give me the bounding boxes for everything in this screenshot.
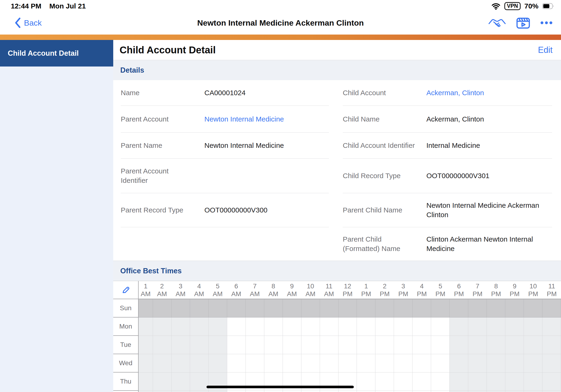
grid-cell	[394, 391, 412, 392]
edit-button[interactable]: Edit	[538, 45, 552, 55]
grid-day-row: Mon	[113, 317, 561, 336]
grid-cell	[375, 317, 394, 336]
main-content: Child Account Detail Edit Details NameCA…	[113, 40, 561, 392]
grid-cell	[450, 354, 468, 372]
field-value-link[interactable]: Newton Internal Medicine	[204, 114, 329, 124]
vpn-badge: VPN	[504, 2, 521, 10]
grid-cell	[246, 299, 264, 317]
page-title: Child Account Detail	[119, 44, 216, 56]
grid-cell	[246, 336, 264, 354]
grid-cell	[375, 336, 394, 354]
grid-day-row: Tue	[113, 336, 561, 354]
brand-divider-bar	[0, 34, 561, 40]
field-row: Parent Account Identifier	[121, 159, 329, 193]
day-label: Tue	[113, 336, 139, 354]
top-chrome: 12:44 PM Mon Jul 21 VPN 70%	[0, 0, 561, 34]
grid-cell	[338, 391, 357, 392]
hour-header: 9AM	[283, 281, 301, 299]
grid-cell	[190, 299, 209, 317]
edit-best-times-button[interactable]	[113, 281, 139, 299]
field-value: OOT00000000V300	[204, 205, 329, 215]
grid-cell	[542, 354, 561, 372]
hour-header: 1AM	[139, 281, 153, 299]
grid-cell	[375, 299, 394, 317]
grid-cell	[412, 299, 431, 317]
hour-header: 4AM	[190, 281, 208, 299]
hour-header: 2PM	[375, 281, 394, 299]
grid-cell	[505, 299, 524, 317]
grid-cell	[153, 372, 172, 391]
grid-cell	[357, 299, 375, 317]
grid-cell	[394, 354, 412, 372]
grid-cell	[431, 336, 450, 354]
grid-cell	[542, 336, 561, 354]
grid-cell	[450, 336, 468, 354]
handshake-icon[interactable]	[488, 17, 506, 28]
grid-cell	[246, 317, 264, 336]
grid-cell	[487, 299, 505, 317]
status-date: Mon Jul 21	[49, 2, 86, 10]
sidebar-item-label: Child Account Detail	[8, 49, 79, 58]
battery-icon	[542, 3, 554, 9]
grid-cell	[172, 299, 190, 317]
grid-cell	[431, 299, 450, 317]
grid-cell	[264, 354, 283, 372]
grid-cell	[283, 317, 302, 336]
hour-header: 7PM	[468, 281, 487, 299]
field-label: Name	[121, 88, 204, 98]
grid-cell	[264, 391, 283, 392]
grid-cell	[227, 317, 246, 336]
pencil-icon	[121, 285, 130, 294]
grid-cell	[209, 317, 227, 336]
grid-cell	[542, 391, 561, 392]
day-label: Thu	[113, 372, 139, 391]
grid-cell	[190, 317, 209, 336]
grid-cell	[431, 372, 450, 391]
field-label: Child Record Type	[343, 171, 426, 181]
grid-cell	[468, 354, 487, 372]
field-label: Child Account	[343, 88, 426, 98]
field-row: Child Account IdentifierInternal Medicin…	[343, 132, 552, 159]
hour-header: 12PM	[338, 281, 357, 299]
grid-cell	[283, 391, 302, 392]
grid-cell	[524, 372, 542, 391]
battery-percentage: 70%	[524, 2, 539, 10]
hour-header: 7AM	[246, 281, 264, 299]
grid-cell	[412, 336, 431, 354]
hour-header: 8AM	[264, 281, 283, 299]
grid-cell	[375, 354, 394, 372]
hour-header: 3AM	[171, 281, 190, 299]
grid-cell	[209, 336, 227, 354]
field-label: Child Name	[343, 114, 426, 124]
grid-cell	[524, 317, 542, 336]
grid-cell	[412, 372, 431, 391]
grid-cell	[153, 299, 172, 317]
sidebar-item-child-account-detail[interactable]: Child Account Detail	[0, 40, 113, 66]
grid-cell	[357, 372, 375, 391]
grid-cell	[505, 336, 524, 354]
grid-cell	[190, 372, 209, 391]
home-indicator[interactable]	[206, 386, 354, 388]
field-label: Child Account Identifier	[343, 141, 426, 150]
field-label: Parent Child (Formatted) Name	[343, 235, 426, 253]
day-label: Sun	[113, 299, 139, 317]
field-value: Internal Medicine	[426, 141, 552, 150]
grid-cell	[139, 317, 153, 336]
video-clapper-icon[interactable]	[516, 17, 530, 29]
grid-cell	[412, 317, 431, 336]
grid-cell	[542, 372, 561, 391]
page-header: Child Account Detail Edit	[113, 40, 561, 60]
field-value: Newton Internal Medicine Ackerman Clinto…	[426, 201, 552, 219]
grid-cell	[227, 354, 246, 372]
grid-cell	[505, 372, 524, 391]
grid-cell	[487, 317, 505, 336]
grid-cell	[139, 391, 153, 392]
sidebar: Child Account Detail	[0, 40, 113, 392]
hour-header: 8PM	[487, 281, 505, 299]
grid-cell	[172, 372, 190, 391]
field-row: Parent Child NameNewton Internal Medicin…	[343, 193, 552, 227]
grid-cell	[209, 299, 227, 317]
grid-cell	[394, 317, 412, 336]
more-ellipsis-icon[interactable]	[540, 21, 552, 25]
field-value-link[interactable]: Ackerman, Clinton	[426, 88, 552, 98]
